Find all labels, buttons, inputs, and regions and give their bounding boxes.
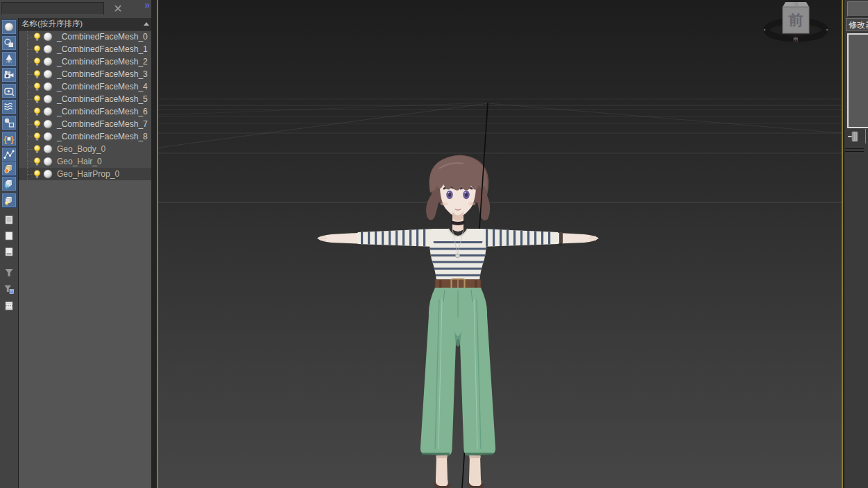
object-name: _CombinedFaceMesh_0 [57, 32, 148, 42]
scene-explorer-panel: ✕ » {} [0, 0, 151, 488]
visibility-bulb-icon[interactable] [33, 70, 41, 79]
belt-loop-left [439, 280, 442, 288]
display-properties-icon[interactable] [1, 298, 17, 313]
viewcube-compass-label: 南 [792, 36, 799, 42]
object-sphere-icon [43, 57, 53, 67]
list-item[interactable]: Geo_Hair_0 [19, 155, 151, 168]
pin-stack-icon[interactable] [847, 129, 861, 143]
cuff-shadow-right [465, 453, 493, 455]
visibility-bulb-icon[interactable] [33, 132, 41, 141]
list-item[interactable]: _CombinedFaceMesh_6 [19, 105, 151, 118]
ring-tick-right [826, 29, 828, 31]
list-item[interactable]: _CombinedFaceMesh_3 [19, 68, 151, 80]
list-item[interactable]: _CombinedFaceMesh_1 [19, 43, 151, 55]
object-name: _CombinedFaceMesh_5 [57, 94, 148, 104]
object-name: _CombinedFaceMesh_2 [57, 57, 148, 67]
search-row: ✕ » [0, 0, 151, 18]
command-panel-field[interactable] [847, 1, 868, 17]
filter-advanced-icon[interactable] [1, 281, 17, 297]
list-item[interactable]: _CombinedFaceMesh_8 [19, 130, 151, 143]
svg-text:}: } [10, 134, 14, 144]
display-toolbar: {} [0, 18, 19, 488]
object-name: Geo_Body_0 [57, 144, 105, 154]
visibility-bulb-icon[interactable] [33, 170, 41, 179]
category-frozen-objects-icon[interactable] [1, 176, 17, 191]
viewcube-top-label: 顶 [794, 2, 798, 6]
category-cameras-icon[interactable] [1, 67, 17, 82]
object-sphere-icon [43, 169, 53, 179]
viewcube-front-label: 前 [788, 12, 803, 28]
object-name: _CombinedFaceMesh_3 [57, 69, 148, 79]
object-sphere-icon [43, 119, 53, 129]
visibility-bulb-icon[interactable] [33, 120, 41, 129]
clear-search-icon[interactable]: ✕ [108, 1, 128, 16]
visibility-bulb-icon[interactable] [33, 45, 41, 54]
visibility-bulb-icon[interactable] [33, 58, 41, 67]
character-model[interactable] [317, 155, 599, 488]
object-sphere-icon [43, 32, 53, 42]
category-space-warps-icon[interactable] [1, 99, 17, 114]
ankle-right [469, 455, 482, 486]
object-name: Geo_HairProp_0 [57, 169, 119, 179]
category-bone-objects-icon[interactable]: {} [1, 131, 17, 146]
search-input[interactable] [1, 2, 104, 15]
object-sphere-icon [43, 132, 53, 141]
list-item[interactable]: _CombinedFaceMesh_0 [19, 31, 151, 43]
list-item[interactable]: _CombinedFaceMesh_7 [19, 118, 151, 130]
category-hidden-objects-icon[interactable] [1, 193, 17, 208]
list-sort-header[interactable]: 名称(按升序排序) [19, 18, 151, 31]
list-item[interactable]: Geo_Body_0 [19, 143, 151, 155]
object-sphere-icon [43, 44, 53, 54]
object-sphere-icon [43, 107, 53, 116]
object-sphere-icon [43, 94, 53, 104]
display-none-icon[interactable] [1, 228, 17, 243]
rollout-separator [845, 151, 864, 152]
object-name: _CombinedFaceMesh_1 [57, 44, 148, 54]
bracelet-bead [559, 243, 562, 246]
category-systems-icon[interactable] [1, 115, 17, 130]
blush-right [468, 202, 476, 205]
command-panel: 修改器 [843, 0, 868, 488]
visibility-bulb-icon[interactable] [33, 145, 41, 154]
category-geometry-icon[interactable] [1, 19, 17, 35]
filter-icon[interactable] [1, 265, 17, 280]
cuff-shadow-left [422, 453, 450, 455]
object-name: _CombinedFaceMesh_4 [57, 82, 148, 92]
ankle-shadow-left [436, 455, 448, 458]
svg-text:{: { [3, 134, 7, 144]
visibility-bulb-icon[interactable] [33, 82, 41, 92]
visibility-bulb-icon[interactable] [33, 95, 41, 104]
modifier-stack-box[interactable] [847, 33, 868, 128]
panel-viewport-gap [151, 0, 157, 488]
list-item[interactable]: _CombinedFaceMesh_2 [19, 55, 151, 68]
list-item[interactable]: _CombinedFaceMesh_5 [19, 93, 151, 105]
object-name: Geo_Hair_0 [57, 157, 102, 166]
blush-left [441, 202, 448, 205]
display-all-icon[interactable] [1, 212, 17, 227]
viewcube[interactable]: 顶 前 南 [764, 2, 828, 42]
object-list: 名称(按升序排序) _CombinedFaceMesh_0 _CombinedF… [19, 18, 151, 488]
object-name: _CombinedFaceMesh_8 [57, 132, 148, 141]
category-helpers-icon[interactable] [1, 83, 17, 98]
object-name: _CombinedFaceMesh_6 [57, 107, 148, 116]
ankle-left [436, 455, 448, 486]
rollout-separator [845, 148, 864, 149]
ankle-shadow-right [469, 455, 481, 458]
category-geometry-pinned-icon[interactable] [1, 161, 17, 176]
object-sphere-icon [43, 82, 53, 92]
visibility-bulb-icon[interactable] [33, 157, 41, 166]
viewport-canvas[interactable]: 顶 前 南 [158, 0, 842, 488]
category-shapes-icon[interactable] [1, 35, 17, 51]
expand-chevrons-icon[interactable]: » [144, 0, 149, 10]
visibility-bulb-icon[interactable] [33, 107, 41, 116]
panel-divider [865, 129, 866, 143]
list-item[interactable]: Geo_HairProp_0 [19, 168, 151, 180]
display-some-icon[interactable] [1, 244, 17, 259]
category-connections-icon[interactable] [1, 147, 17, 162]
object-sphere-icon [43, 157, 53, 166]
category-lights-icon[interactable] [1, 51, 17, 67]
visibility-bulb-icon[interactable] [33, 33, 41, 42]
object-name: _CombinedFaceMesh_7 [57, 119, 148, 129]
modifier-list-dropdown[interactable]: 修改器 [846, 18, 868, 31]
list-item[interactable]: _CombinedFaceMesh_4 [19, 80, 151, 93]
